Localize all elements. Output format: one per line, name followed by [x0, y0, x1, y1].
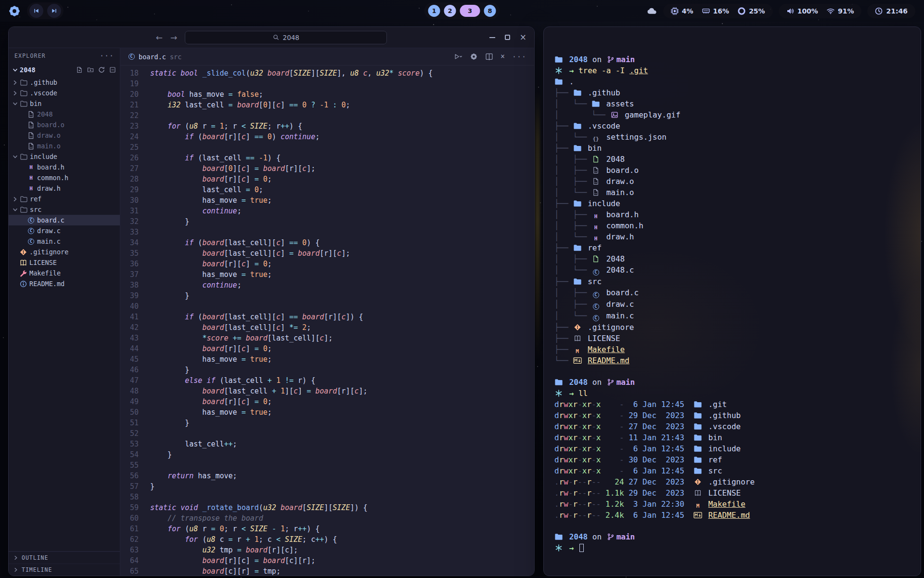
explorer-item-main-o[interactable]: main.o	[9, 141, 120, 151]
workspace-3[interactable]: 3	[460, 5, 480, 17]
command-center-search[interactable]: 2048	[185, 31, 387, 44]
project-root-row[interactable]: 2048	[9, 64, 120, 76]
explorer-item-draw-c[interactable]: Cdraw.c	[9, 225, 120, 236]
line-number: 35	[120, 248, 150, 259]
collapse-all-icon[interactable]	[109, 66, 116, 73]
nav-forward-icon[interactable]: →	[170, 33, 177, 42]
explorer-item-common-h[interactable]: Hcommon.h	[9, 172, 120, 183]
refresh-icon[interactable]	[98, 66, 105, 73]
code-editor[interactable]: 18static bool _slide_col(u32 board[SIZE]…	[120, 66, 534, 576]
settings-gear-icon[interactable]	[470, 53, 478, 60]
titlebar-nav: ← → 2048	[156, 31, 387, 44]
volume-stat[interactable]: 100%	[786, 7, 818, 15]
tab-filename[interactable]: board.c	[139, 53, 166, 61]
book-icon	[693, 489, 702, 497]
explorer-item-board-h[interactable]: Hboard.h	[9, 162, 120, 172]
explorer-item-gitignore[interactable]: .gitignore	[9, 247, 120, 257]
timeline-label: TIMELINE	[22, 566, 52, 573]
snowflake-icon	[554, 67, 563, 74]
media-prev-button[interactable]	[29, 4, 43, 18]
folder-icon	[693, 423, 702, 430]
workspace-2[interactable]: 2	[444, 5, 456, 17]
minimize-button[interactable]	[489, 37, 495, 38]
explorer-item-board-c[interactable]: Cboard.c	[9, 215, 120, 225]
clock-icon	[875, 7, 883, 15]
file-label: board.c	[37, 216, 64, 224]
code-line: 44 board[r][c] = 0;	[120, 343, 534, 354]
new-folder-icon[interactable]	[87, 66, 94, 73]
tree-output-line: │ ├── H common.h	[554, 220, 908, 231]
file-label: .gitignore	[29, 248, 68, 256]
branch-icon	[606, 56, 615, 63]
workspace-1[interactable]: 1	[428, 5, 440, 17]
explorer-item-readme-md[interactable]: README.md	[9, 278, 120, 289]
line-number: 33	[120, 227, 150, 237]
explorer-item-github[interactable]: .github	[9, 77, 120, 88]
code-line: 47 else if (last_cell + 1 != r) {	[120, 375, 534, 386]
media-next-button[interactable]	[47, 4, 61, 18]
explorer-item-2048[interactable]: 2048	[9, 109, 120, 119]
line-number: 23	[120, 121, 150, 131]
explorer-item-bin[interactable]: bin	[9, 98, 120, 109]
line-number: 19	[120, 79, 150, 89]
editor-pane: C board.c src × ··· 18static bool _slide…	[120, 48, 534, 576]
info-icon	[20, 280, 27, 288]
editor-tab-bar: C board.c src × ···	[120, 48, 534, 66]
explorer-item-ref[interactable]: ref	[9, 194, 120, 204]
explorer-item-draw-h[interactable]: Hdraw.h	[9, 183, 120, 194]
timeline-section[interactable]: TIMELINE	[9, 564, 120, 576]
tree-output-line: │ └── H draw.h	[554, 231, 908, 242]
more-actions-icon[interactable]: ···	[512, 53, 526, 61]
workspace-8[interactable]: 8	[484, 5, 496, 17]
cpu-icon	[671, 7, 679, 15]
file-label: include	[30, 153, 57, 160]
code-line: 42 board[last_cell][c] *= 2;	[120, 322, 534, 333]
explorer-item-vscode[interactable]: .vscode	[9, 88, 120, 98]
ls-output-line: drwxr-xr-x - 29 Dec 2023 .github	[554, 410, 908, 421]
binary-icon	[27, 132, 35, 139]
terminal-command-line: →	[554, 542, 908, 553]
run-file-icon[interactable]	[454, 53, 462, 60]
system-stats-pill: 4% 16% 25%	[663, 4, 773, 18]
explorer-item-license[interactable]: LICENSE	[9, 257, 120, 268]
skip-back-icon	[33, 8, 39, 14]
new-file-icon[interactable]	[76, 66, 83, 73]
line-number: 25	[120, 142, 150, 153]
folder-icon	[693, 445, 702, 452]
code-line: 60 // transpose the board	[120, 513, 534, 524]
line-number: 38	[120, 280, 150, 290]
line-number: 27	[120, 163, 150, 174]
chevron-down-icon	[13, 154, 18, 159]
nav-back-icon[interactable]: ←	[156, 33, 163, 42]
explorer-item-draw-o[interactable]: draw.o	[9, 130, 120, 141]
code-line: 40	[120, 301, 534, 312]
launcher-gear-icon[interactable]	[9, 5, 20, 17]
explorer-item-include[interactable]: include	[9, 151, 120, 162]
close-button[interactable]: ×	[520, 33, 526, 41]
clock-pill[interactable]: 21:46	[867, 4, 915, 18]
disk-value: 25%	[749, 7, 765, 15]
tree-output-line: │ ├── board.o	[554, 165, 908, 176]
outline-section[interactable]: OUTLINE	[9, 552, 120, 564]
maximize-button[interactable]	[505, 35, 510, 40]
branch-icon	[606, 379, 615, 386]
explorer-item-main-c[interactable]: Cmain.c	[9, 236, 120, 247]
explorer-item-board-o[interactable]: board.o	[9, 119, 120, 130]
code-line: 25	[120, 142, 534, 153]
code-line: 32 }	[120, 216, 534, 227]
explorer-item-src[interactable]: src	[9, 204, 120, 215]
binary-icon	[27, 111, 35, 118]
terminal-window[interactable]: 2048 on main → tree -a -I .git .├── .git…	[543, 26, 921, 576]
explorer-more-icon[interactable]: ···	[100, 52, 114, 60]
code-line: 48 board[last_cell + 1][c] = board[r][c]…	[120, 386, 534, 396]
explorer-title: EXPLORER	[14, 53, 46, 59]
chevron-right-icon	[13, 567, 18, 572]
explorer-item-makefile[interactable]: Makefile	[9, 268, 120, 278]
wifi-stat[interactable]: 91%	[827, 7, 854, 15]
split-editor-icon[interactable]	[485, 53, 493, 60]
folder-o-icon	[20, 196, 27, 203]
file-label: ref	[30, 195, 41, 203]
memory-icon	[702, 7, 710, 15]
code-line: 37 has_move = true;	[120, 269, 534, 280]
close-editor-icon[interactable]: ×	[500, 53, 505, 60]
